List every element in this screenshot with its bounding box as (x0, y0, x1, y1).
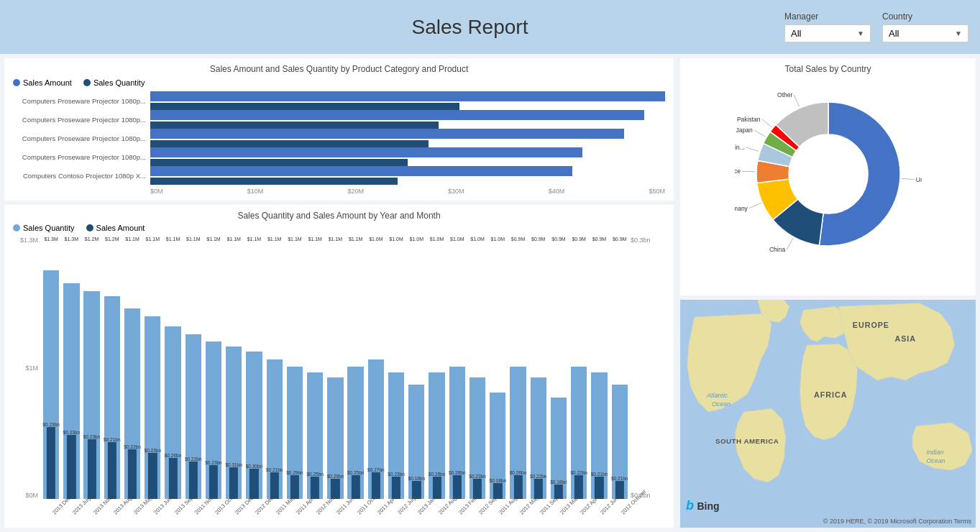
ts-outer-bar: $0.22bn (571, 367, 587, 499)
ts-inner-bar (47, 427, 55, 499)
ts-outer-bar: $0.25bn (347, 367, 363, 499)
axis-label: $10M (247, 188, 264, 195)
donut-chart-area: United StatesChinaGermanyFranceUnited Ki… (689, 77, 967, 271)
ts-inner-bar (168, 458, 177, 499)
ts-mid-val: $0.25bn (347, 470, 365, 475)
ts-top-val: $1.1M (308, 237, 321, 242)
ts-inner-bar (372, 472, 380, 499)
ts-column: $1.1M $0.26bn 2013 Septe... (163, 245, 182, 499)
ts-inner-bar (311, 477, 319, 499)
ts-mid-val: $0.23bn (205, 460, 222, 465)
map-label-south-america: SOUTH AMERICA (715, 437, 779, 445)
bottom-chart-panel: Sales Quantity and Sales Amount by Year … (4, 205, 674, 528)
ts-top-val: $1.0M (491, 237, 505, 242)
ts-inner-bar (108, 442, 116, 499)
ts-column: $1.1M $0.25bn 2012 Nove... (306, 245, 324, 499)
donut-label-line (794, 95, 799, 107)
bar-track (150, 110, 665, 129)
ts-top-val: $1.1M (146, 237, 160, 242)
ts-inner-bar (513, 475, 522, 499)
ts-mid-val: $0.18bn (408, 476, 426, 481)
ts-column: $1.0M $0.18bn 2011 August (488, 245, 507, 499)
ts-inner-bar (453, 475, 462, 499)
donut-chart-title: Total Sales by Country (689, 64, 967, 74)
country-filter-select[interactable]: All ▼ (882, 24, 968, 42)
bar-label: Computers Proseware Projector 1080p... (13, 116, 146, 124)
ts-outer-bar: $0.23bn (83, 291, 99, 499)
axis-label: $30M (448, 188, 464, 195)
ts-inner-bar (352, 475, 360, 499)
axis-label: $50M (649, 188, 665, 195)
ts-outer-bar: $0.21bn (267, 359, 283, 499)
map-svg: EUROPE ASIA AFRICA SOUTH AMERICA Atlanti… (680, 300, 976, 528)
ts-top-val: $1.0M (470, 237, 484, 242)
ts-top-val: $0.9M (551, 237, 565, 242)
quantity-bar (150, 121, 439, 129)
ts-column: $1.2M $0.21bn 2013 August (103, 245, 122, 499)
ts-top-val: $1.0M (369, 237, 383, 242)
bar-row: Computers Proseware Projector 1080p... (13, 147, 665, 166)
ts-mid-val: $0.22bn (570, 470, 587, 475)
donut-label-line (748, 203, 761, 208)
ts-inner-bar (87, 439, 96, 499)
ts-outer-bar: $0.29bn (327, 377, 343, 499)
ts-mid-val: $0.22bn (530, 474, 547, 479)
ts-mid-val: $0.21bn (611, 476, 628, 481)
ts-mid-val: $0.31bn (225, 462, 242, 467)
donut-label-line (742, 171, 755, 172)
ts-top-val: $1.0M (430, 237, 444, 242)
ts-inner-bar (574, 475, 583, 499)
ts-bars-row: $1.3M $0.23bn 2013 Dece... $1.3M $0.23bn… (42, 245, 629, 499)
ts-outer-bar: $0.18bn (490, 393, 505, 499)
ts-top-val: $1.0M (389, 237, 403, 242)
ts-inner-bar (432, 477, 441, 499)
donut-label: France (735, 168, 741, 175)
country-filter-group: Country All ▼ (882, 12, 968, 42)
ts-column: $1.0M $0.28bn 2012 August (427, 245, 446, 499)
ts-mid-val: $0.18bn (490, 478, 507, 483)
ts-amount-dot (86, 224, 93, 231)
ts-mid-val: $0.21bn (104, 437, 121, 442)
map-label-ocean-ind: Ocean (927, 457, 945, 464)
bar-track (150, 129, 665, 147)
ts-outer-bar: $0.31bn (226, 347, 242, 499)
ts-column: $1.0M $0.27bn 2011 April (367, 245, 385, 499)
ts-mid-val: $0.27bn (367, 467, 385, 472)
legend-sales-amount: Sales Amount (13, 78, 72, 87)
ts-y-axis-right: $0.3bn $0.2bn (631, 237, 665, 499)
manager-filter-label: Manager (784, 12, 871, 22)
bing-icon: b (686, 498, 694, 513)
manager-filter-select[interactable]: All ▼ (784, 24, 871, 42)
ts-mid-val: $0.26bn (165, 453, 182, 458)
manager-chevron-icon: ▼ (857, 29, 864, 37)
ts-column: $1.1M $0.22bn 2013 May (123, 245, 142, 499)
ts-column: $1.0M $0.18bn 2013 January (407, 245, 426, 499)
ts-outer-bar: $0.21bn (612, 385, 628, 499)
ts-mid-val: $0.23bn (63, 430, 81, 435)
ts-outer-bar: $0.30bn (246, 352, 262, 499)
ts-column: $1.2M $0.23bn 2013 Nove... (82, 245, 101, 499)
donut-label: Japan (736, 127, 752, 134)
ts-top-val: $1.2M (85, 237, 99, 242)
map-panel: EUROPE ASIA AFRICA SOUTH AMERICA Atlanti… (680, 300, 976, 528)
ts-column: $0.9M $0.21bn 2012 June (590, 245, 608, 499)
donut-chart-panel: Total Sales by Country United StatesChin… (680, 58, 976, 295)
ts-mid-val: $0.23bn (42, 422, 60, 427)
ts-inner-bar (595, 477, 603, 499)
bing-logo: b Bing (686, 498, 720, 513)
header: Sales Report Manager All ▼ Country All ▼ (0, 0, 980, 54)
ts-column: $1.1M $0.25bn 2011 October (347, 245, 365, 499)
ts-outer-bar: $0.18bn (551, 398, 567, 499)
map-label-asia: ASIA (894, 334, 916, 343)
country-chevron-icon: ▼ (955, 29, 962, 37)
ts-inner-bar (229, 467, 238, 499)
ts-top-val: $1.1M (186, 237, 200, 242)
ts-column: $1.0M $0.23bn 2012 Septe... (468, 245, 487, 499)
map-label-europe: EUROPE (853, 321, 889, 329)
ts-outer-bar: $0.29bn (287, 367, 303, 499)
donut-label: Other (777, 91, 792, 98)
ts-outer-bar: $0.23bn (43, 270, 59, 499)
ts-outer-bar: $0.21bn (591, 372, 607, 500)
ts-inner-bar (148, 453, 157, 499)
ts-mid-val: $0.29bn (286, 470, 303, 475)
